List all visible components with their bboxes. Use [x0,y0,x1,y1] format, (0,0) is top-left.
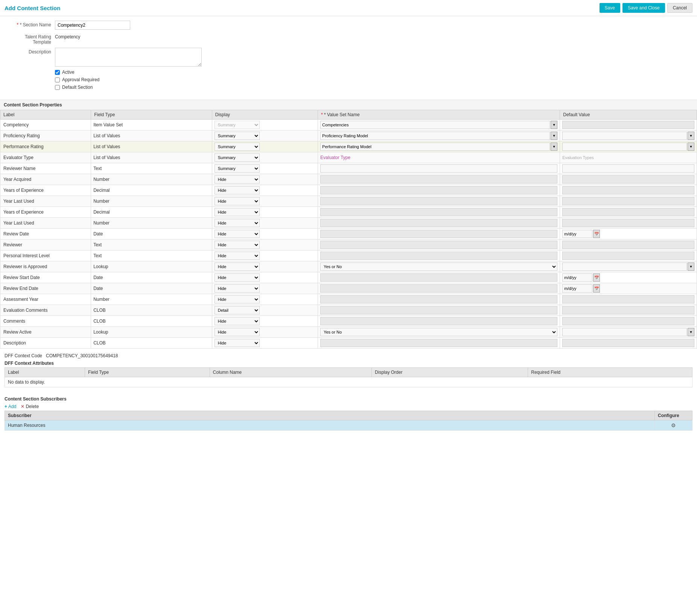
add-subscriber-button[interactable]: + Add [5,404,16,409]
row-value-set[interactable]: ▼ [318,120,560,130]
row-value-set[interactable] [318,305,560,316]
row-value-set[interactable] [318,196,560,207]
display-select[interactable]: SummaryHideDetail [215,252,260,260]
display-select[interactable]: SummaryHideDetail [215,153,260,162]
display-select[interactable]: SummaryHideDetail [215,339,260,347]
display-select[interactable]: SummaryHideDetail [215,241,260,249]
row-value-set[interactable] [318,240,560,250]
row-default-value[interactable]: 📅 [560,283,697,294]
row-default-value[interactable]: 📅 [560,229,697,240]
row-value-set[interactable]: Evaluator Type [318,152,560,163]
row-value-set[interactable] [318,338,560,349]
display-select[interactable]: SummaryHideDetail [215,143,260,151]
row-display[interactable]: SummaryHideDetail [212,120,318,130]
row-default-value[interactable] [560,163,697,174]
row-display[interactable]: SummaryHideDetail [212,338,318,349]
row-display[interactable]: SummaryHideDetail [212,207,318,218]
default-value-input[interactable] [562,328,687,336]
value-set-arrow-button[interactable]: ▼ [551,143,557,151]
section-name-input[interactable] [55,21,130,30]
row-default-value[interactable] [560,316,697,327]
approval-required-checkbox[interactable] [55,77,60,82]
row-default-value[interactable] [560,250,697,261]
row-default-value[interactable]: ▼ [560,130,697,141]
row-default-value[interactable]: Evaluation Types [560,152,697,163]
active-checkbox[interactable] [55,70,60,75]
row-default-value[interactable] [560,185,697,196]
delete-subscriber-button[interactable]: ✕ Delete [21,404,39,409]
display-select[interactable]: SummaryHideDetail [215,175,260,184]
row-display[interactable]: SummaryHideDetail [212,250,318,261]
cancel-button[interactable]: Cancel [667,3,692,13]
row-display[interactable]: SummaryHideDetail [212,283,318,294]
default-section-checkbox[interactable] [55,85,60,90]
row-default-value[interactable] [560,338,697,349]
save-and-close-button[interactable]: Save and Close [622,3,665,13]
row-value-set[interactable] [318,163,560,174]
default-value-arrow-button[interactable]: ▼ [688,262,694,271]
row-value-set[interactable] [318,272,560,283]
row-value-set[interactable] [318,185,560,196]
row-display[interactable]: SummaryHideDetail [212,196,318,207]
default-value-arrow-button[interactable]: ▼ [688,328,694,336]
calendar-button[interactable]: 📅 [593,230,600,238]
row-value-set[interactable]: ▼ [318,141,560,152]
value-set-input[interactable] [320,121,550,129]
calendar-button[interactable]: 📅 [593,273,600,282]
value-set-dropdown[interactable]: Yes or No [320,328,557,336]
row-default-value[interactable] [560,218,697,229]
row-display[interactable]: SummaryHideDetail [212,130,318,141]
default-date-input[interactable] [562,273,592,282]
display-select[interactable]: SummaryHideDetail [215,186,260,194]
row-display[interactable]: SummaryHideDetail [212,141,318,152]
value-set-arrow-button[interactable]: ▼ [551,121,557,129]
row-value-set[interactable] [318,316,560,327]
row-default-value[interactable]: ▼ [560,141,697,152]
default-value-arrow-button[interactable]: ▼ [688,132,694,140]
row-default-value[interactable] [560,196,697,207]
display-select[interactable]: SummaryHideDetail [215,306,260,314]
display-select[interactable]: SummaryHideDetail [215,284,260,293]
row-default-value[interactable] [560,207,697,218]
configure-cell[interactable]: ⚙ [655,420,692,431]
default-date-input[interactable] [562,230,592,238]
calendar-button[interactable]: 📅 [593,284,600,293]
row-display[interactable]: SummaryHideDetail [212,305,318,316]
row-value-set[interactable] [318,218,560,229]
description-textarea[interactable] [55,48,202,67]
display-select[interactable]: SummaryHideDetail [215,219,260,227]
display-select[interactable]: SummaryHideDetail [215,230,260,238]
value-set-arrow-button[interactable]: ▼ [551,132,557,140]
row-value-set[interactable] [318,250,560,261]
row-display[interactable]: SummaryHideDetail [212,316,318,327]
row-value-set[interactable] [318,207,560,218]
display-select[interactable]: SummaryHideDetail [215,208,260,216]
display-select[interactable]: SummaryHideDetail [215,317,260,325]
row-value-set[interactable] [318,283,560,294]
value-set-input[interactable] [320,164,557,173]
default-value-input[interactable] [562,143,687,151]
row-display[interactable]: SummaryHideDetail [212,152,318,163]
display-select[interactable]: SummaryHideDetail [215,273,260,282]
row-value-set[interactable] [318,229,560,240]
row-display[interactable]: SummaryHideDetail [212,272,318,283]
default-value-input[interactable] [562,262,687,271]
configure-icon[interactable]: ⚙ [671,422,676,428]
value-set-input[interactable] [320,132,550,140]
row-display[interactable]: SummaryHideDetail [212,218,318,229]
row-display[interactable]: SummaryHideDetail [212,229,318,240]
row-default-value[interactable] [560,120,697,130]
row-display[interactable]: SummaryHideDetail [212,163,318,174]
display-select[interactable]: SummaryHideDetail [215,197,260,205]
row-display[interactable]: SummaryHideDetail [212,174,318,185]
default-value-arrow-button[interactable]: ▼ [688,143,694,151]
row-value-set[interactable]: Yes or No [318,327,560,338]
row-default-value[interactable]: 📅 [560,272,697,283]
value-set-dropdown[interactable]: Yes or No [320,262,557,271]
row-display[interactable]: SummaryHideDetail [212,294,318,305]
row-default-value[interactable] [560,305,697,316]
row-display[interactable]: SummaryHideDetail [212,185,318,196]
save-button[interactable]: Save [600,3,620,13]
value-set-link[interactable]: Evaluator Type [320,155,350,160]
row-display[interactable]: SummaryHideDetail [212,327,318,338]
